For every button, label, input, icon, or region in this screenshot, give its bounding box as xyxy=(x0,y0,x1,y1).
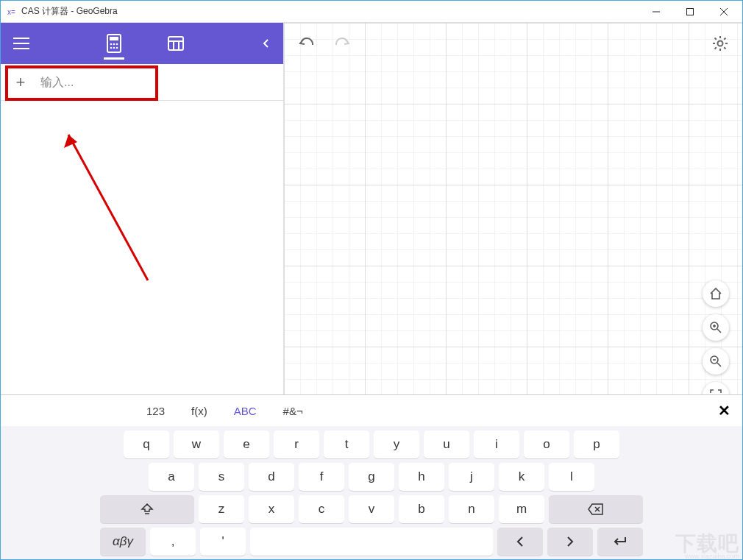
keyboard-tab-functions[interactable]: f(x) xyxy=(178,395,221,426)
key-k[interactable]: k xyxy=(499,463,544,491)
key-greek[interactable]: αβγ xyxy=(100,528,146,556)
home-icon xyxy=(709,287,722,300)
key-enter[interactable] xyxy=(597,528,643,556)
virtual-keyboard: 123 f(x) ABC #&¬ ✕ q w e r t y u i o p a… xyxy=(1,394,742,559)
zoom-in-button[interactable] xyxy=(703,314,729,341)
keyboard-tab-abc[interactable]: ABC xyxy=(221,395,270,426)
svg-point-15 xyxy=(116,47,118,49)
menu-button[interactable] xyxy=(1,23,42,64)
keyboard-row-3: z x c v b n m xyxy=(8,495,735,523)
svg-point-12 xyxy=(116,43,118,46)
keyboard-row-2: a s d f g h j k l xyxy=(8,463,735,491)
svg-line-29 xyxy=(715,38,717,40)
annotation-arrow xyxy=(60,126,155,288)
zoom-out-button[interactable] xyxy=(703,348,729,375)
shift-icon xyxy=(141,503,154,515)
tab-calculator[interactable] xyxy=(98,23,130,64)
maximize-button[interactable] xyxy=(673,1,707,23)
left-panel: + xyxy=(1,23,284,394)
key-z[interactable]: z xyxy=(199,495,244,523)
key-r[interactable]: r xyxy=(274,430,319,458)
key-j[interactable]: j xyxy=(449,463,494,491)
key-q[interactable]: q xyxy=(124,430,169,458)
svg-text:x=: x= xyxy=(7,8,15,16)
key-left[interactable] xyxy=(497,528,543,556)
settings-button[interactable] xyxy=(708,32,732,55)
minimize-button[interactable] xyxy=(639,1,673,23)
svg-line-30 xyxy=(724,47,725,49)
keyboard-close-button[interactable]: ✕ xyxy=(713,400,735,422)
graph-fab-column xyxy=(703,280,729,408)
svg-line-34 xyxy=(717,329,721,333)
key-comma[interactable]: , xyxy=(150,528,196,556)
tab-table[interactable] xyxy=(160,23,192,64)
svg-point-11 xyxy=(113,43,115,46)
key-p[interactable]: p xyxy=(574,430,619,458)
redo-icon xyxy=(335,38,351,49)
key-space[interactable] xyxy=(250,528,493,556)
key-g[interactable]: g xyxy=(349,463,394,491)
key-f[interactable]: f xyxy=(299,463,344,491)
backspace-icon xyxy=(588,503,604,515)
keyboard-tabs: 123 f(x) ABC #&¬ ✕ xyxy=(1,395,742,426)
key-backspace[interactable] xyxy=(549,495,643,523)
key-apostrophe[interactable]: ' xyxy=(200,528,246,556)
graph-toolbar xyxy=(284,23,742,64)
window-title: CAS 计算器 - GeoGebra xyxy=(21,5,639,18)
svg-point-10 xyxy=(110,43,113,46)
key-shift[interactable] xyxy=(100,495,194,523)
key-y[interactable]: y xyxy=(374,430,419,458)
keyboard-row-4: αβγ , ' xyxy=(8,528,735,556)
input-row: + xyxy=(1,64,283,101)
key-n[interactable]: n xyxy=(449,495,494,523)
right-icon xyxy=(566,536,574,547)
key-i[interactable]: i xyxy=(474,430,519,458)
menu-icon xyxy=(13,38,29,49)
chevron-left-icon xyxy=(263,39,269,48)
calculator-icon xyxy=(107,34,121,53)
key-b[interactable]: b xyxy=(399,495,444,523)
collapse-panel-button[interactable] xyxy=(248,23,283,64)
table-icon xyxy=(168,36,184,51)
key-s[interactable]: s xyxy=(199,463,244,491)
key-d[interactable]: d xyxy=(249,463,294,491)
svg-line-38 xyxy=(717,363,721,366)
gear-icon xyxy=(712,35,728,52)
svg-rect-23 xyxy=(284,23,742,394)
key-right[interactable] xyxy=(547,528,593,556)
keyboard-tab-symbols[interactable]: #&¬ xyxy=(270,395,316,426)
key-t[interactable]: t xyxy=(324,430,369,458)
keyboard-tab-numeric[interactable]: 123 xyxy=(133,395,178,426)
graph-grid[interactable] xyxy=(284,23,742,394)
left-toolbar xyxy=(1,23,283,64)
zoom-in-icon xyxy=(709,321,722,334)
key-e[interactable]: e xyxy=(224,430,269,458)
zoom-out-icon xyxy=(709,355,722,368)
key-v[interactable]: v xyxy=(349,495,394,523)
key-l[interactable]: l xyxy=(549,463,594,491)
svg-rect-16 xyxy=(168,37,183,50)
key-c[interactable]: c xyxy=(299,495,344,523)
left-icon xyxy=(516,536,524,547)
undo-icon xyxy=(298,38,314,49)
svg-line-20 xyxy=(68,135,148,280)
redo-button[interactable] xyxy=(331,32,355,55)
svg-marker-21 xyxy=(64,135,77,148)
key-u[interactable]: u xyxy=(424,430,469,458)
enter-icon xyxy=(613,536,628,547)
key-o[interactable]: o xyxy=(524,430,569,458)
content: + xyxy=(1,23,742,394)
close-button[interactable] xyxy=(707,1,741,23)
cas-input[interactable] xyxy=(40,76,283,89)
svg-rect-9 xyxy=(110,37,118,40)
add-input-button[interactable]: + xyxy=(1,64,40,100)
undo-button[interactable] xyxy=(294,32,318,55)
key-h[interactable]: h xyxy=(399,463,444,491)
key-x[interactable]: x xyxy=(249,495,294,523)
svg-line-32 xyxy=(715,47,717,49)
key-w[interactable]: w xyxy=(174,430,219,458)
key-m[interactable]: m xyxy=(499,495,544,523)
key-a[interactable]: a xyxy=(149,463,194,491)
titlebar: x= CAS 计算器 - GeoGebra xyxy=(1,1,742,23)
home-view-button[interactable] xyxy=(703,280,729,307)
